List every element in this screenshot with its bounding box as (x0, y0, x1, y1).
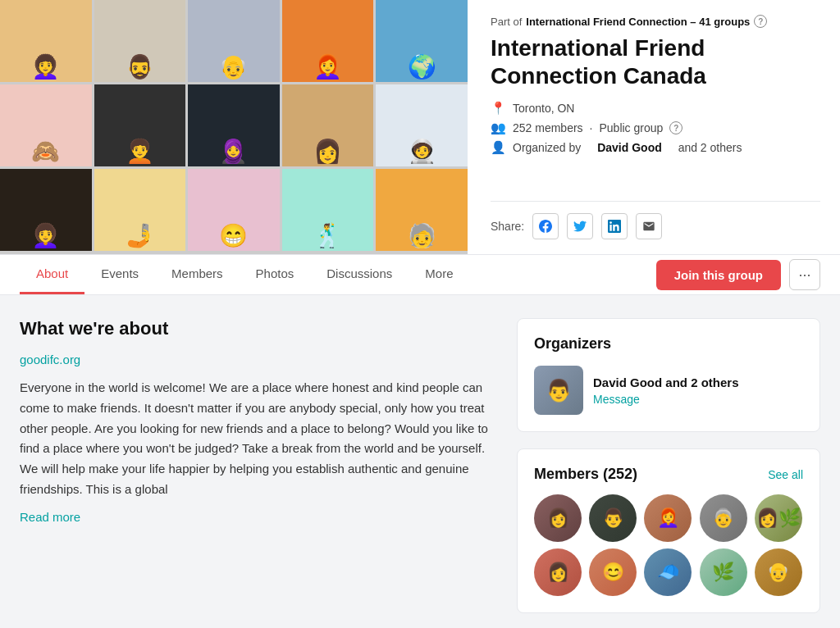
collage-cell-14: 🕺 (282, 169, 374, 251)
share-icons (532, 213, 662, 239)
member-avatar-3: 👩‍🦰 (644, 494, 692, 542)
location-row: 📍 Toronto, ON (491, 101, 820, 116)
members-count: 252 members (513, 121, 583, 134)
more-dots-icon: ··· (798, 266, 810, 284)
nav-bar: About Events Members Photos Discussions … (0, 254, 840, 295)
tab-about[interactable]: About (20, 255, 84, 294)
collage-cell-13: 😁 (188, 169, 280, 251)
collage-cell-7: 🧑‍🦱 (94, 84, 186, 166)
header-section: 👩‍🦱 🧔‍♂️ 👴 👩‍🦰 🌍 🙈 🧑‍🦱 🧕 👩 🧑‍🚀 👩‍🦱 🤳 😁 🕺… (0, 0, 840, 254)
members-card: Members (252) See all 👩 👨 👩‍🦰 👵 👩‍🌿 👩 😊 … (517, 448, 820, 613)
collage-cell-2: 🧔‍♂️ (94, 0, 186, 82)
public-help-icon[interactable]: ? (669, 121, 682, 134)
organizer-avatar: 👨 (534, 366, 583, 415)
group-type: Public group (599, 121, 663, 134)
about-section-title: What we're about (20, 318, 497, 339)
collage-cell-12: 🤳 (94, 169, 186, 251)
page-wrapper: 👩‍🦱 🧔‍♂️ 👴 👩‍🦰 🌍 🙈 🧑‍🦱 🧕 👩 🧑‍🚀 👩‍🦱 🤳 😁 🕺… (0, 0, 840, 628)
facebook-icon (539, 220, 552, 233)
member-avatar-9: 🌿 (700, 548, 747, 596)
dot-separator: · (590, 121, 593, 134)
member-avatar-1: 👩 (534, 494, 582, 542)
member-avatar-8: 🧢 (644, 548, 692, 596)
and-others-text: and 2 others (678, 141, 742, 154)
read-more-button[interactable]: Read more (20, 510, 80, 524)
member-avatar-6: 👩 (534, 548, 582, 596)
part-of-name: International Friend Connection – 41 gro… (526, 16, 750, 28)
collage-cell-8: 🧕 (188, 84, 280, 166)
tab-events[interactable]: Events (84, 255, 155, 294)
main-content: What we're about goodifc.org Everyone in… (0, 295, 840, 628)
tab-members[interactable]: Members (155, 255, 240, 294)
nav-tabs: About Events Members Photos Discussions … (20, 255, 470, 294)
collage-cell-4: 👩‍🦰 (282, 0, 374, 82)
twitter-icon (573, 220, 587, 233)
organizers-card: Organizers 👨 David Good and 2 others Mes… (517, 318, 820, 432)
organizer-others-count: and 2 others (665, 375, 738, 389)
message-organizer-link[interactable]: Message (593, 393, 803, 406)
tab-discussions[interactable]: Discussions (310, 255, 409, 294)
linkedin-icon (608, 220, 621, 233)
part-of-prefix: Part of (491, 16, 522, 28)
see-all-members-link[interactable]: See all (768, 468, 803, 481)
collage-cell-1: 👩‍🦱 (0, 0, 92, 82)
members-header: Members (252) See all (534, 466, 803, 483)
organized-by-text: Organized by (513, 141, 581, 154)
member-avatar-5: 👩‍🌿 (755, 494, 802, 542)
linkedin-share-button[interactable] (601, 213, 628, 239)
right-column: Organizers 👨 David Good and 2 others Mes… (517, 318, 820, 613)
member-avatar-2: 👨 (589, 494, 637, 542)
email-share-button[interactable] (636, 213, 662, 239)
organizer-name-label: David Good (593, 375, 662, 389)
members-grid: 👩 👨 👩‍🦰 👵 👩‍🌿 👩 😊 🧢 🌿 👴 (534, 494, 803, 596)
collage-cell-10: 🧑‍🚀 (376, 84, 468, 166)
facebook-share-button[interactable] (532, 213, 559, 239)
nav-actions: Join this group ··· (656, 259, 820, 290)
meta-info: 📍 Toronto, ON 👥 252 members · Public gro… (491, 101, 820, 155)
collage-cell-3: 👴 (188, 0, 280, 82)
group-info-panel: Part of International Friend Connection … (468, 0, 840, 254)
member-avatar-7: 😊 (589, 548, 637, 596)
members-title-text: Members (534, 466, 599, 482)
email-icon (642, 220, 655, 233)
members-card-title: Members (252) (534, 466, 637, 483)
part-of-line: Part of International Friend Connection … (491, 15, 820, 28)
share-row: Share: (491, 201, 820, 239)
organizer-name: David Good (597, 141, 662, 154)
member-avatar-10: 👴 (755, 548, 802, 596)
collage-cell-6: 🙈 (0, 84, 92, 166)
organizer-avatar-icon: 👨 (546, 378, 572, 403)
more-options-button[interactable]: ··· (789, 259, 820, 290)
organizer-row: 👨 David Good and 2 others Message (534, 366, 803, 415)
members-count-badge: (252) (603, 466, 637, 482)
organizer-row: 👤 Organized by David Good and 2 others (491, 140, 820, 155)
location-icon: 📍 (491, 101, 506, 116)
organizer-icon: 👤 (491, 140, 506, 155)
organizer-info: David Good and 2 others Message (593, 375, 803, 406)
collage-cell-9: 👩 (282, 84, 374, 166)
share-label: Share: (491, 220, 524, 233)
twitter-share-button[interactable] (567, 213, 593, 239)
join-group-button[interactable]: Join this group (656, 260, 781, 290)
collage-cell-15: 🧓 (376, 169, 468, 251)
members-row: 👥 252 members · Public group ? (491, 121, 820, 135)
left-column: What we're about goodifc.org Everyone in… (20, 318, 497, 613)
help-icon[interactable]: ? (754, 15, 767, 28)
group-title: International Friend Connection Canada (491, 34, 820, 89)
collage-cell-5: 🌍 (376, 0, 468, 82)
tab-more[interactable]: More (409, 255, 469, 294)
organizer-name-text: David Good and 2 others (593, 375, 803, 389)
website-link[interactable]: goodifc.org (20, 353, 497, 366)
collage-cell-11: 👩‍🦱 (0, 169, 92, 251)
about-description: Everyone in the world is welcome! We are… (20, 378, 497, 500)
location-text: Toronto, ON (513, 102, 574, 115)
member-avatar-4: 👵 (700, 494, 747, 542)
photo-collage: 👩‍🦱 🧔‍♂️ 👴 👩‍🦰 🌍 🙈 🧑‍🦱 🧕 👩 🧑‍🚀 👩‍🦱 🤳 😁 🕺… (0, 0, 468, 254)
members-icon: 👥 (491, 121, 506, 135)
organizers-title: Organizers (534, 335, 803, 353)
tab-photos[interactable]: Photos (240, 255, 311, 294)
